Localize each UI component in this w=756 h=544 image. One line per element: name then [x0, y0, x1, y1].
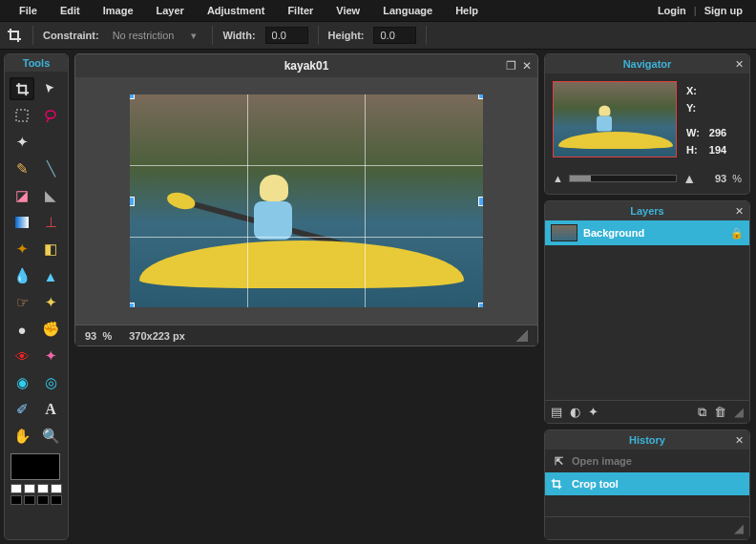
- zoom-in-icon[interactable]: ▲: [682, 171, 696, 186]
- swatch[interactable]: [10, 484, 22, 493]
- crop-handle-r[interactable]: [478, 197, 483, 206]
- swatch[interactable]: [24, 495, 35, 505]
- history-item[interactable]: ⇱ Open image: [545, 450, 749, 472]
- crop-tool[interactable]: [10, 77, 34, 100]
- swatch[interactable]: [37, 484, 49, 493]
- swatch[interactable]: [37, 495, 49, 505]
- clone-tool[interactable]: ✦: [10, 238, 34, 261]
- swatch[interactable]: [10, 495, 22, 505]
- close-icon[interactable]: ✕: [735, 58, 744, 71]
- gradient-tool[interactable]: [10, 211, 34, 234]
- history-title: History: [545, 434, 749, 446]
- pinch-tool[interactable]: ◎: [38, 371, 63, 394]
- marquee-tool[interactable]: [10, 104, 34, 127]
- svg-rect-0: [16, 110, 28, 121]
- navigator-thumbnail[interactable]: [553, 81, 677, 157]
- layer-name: Background: [583, 227, 724, 239]
- width-input[interactable]: [265, 27, 308, 44]
- resize-grip-icon[interactable]: ◢: [734, 405, 744, 419]
- constraint-select[interactable]: No restriction: [109, 28, 203, 43]
- menu-filter[interactable]: Filter: [276, 5, 325, 16]
- move-tool[interactable]: [38, 77, 63, 100]
- swatch[interactable]: [24, 484, 35, 493]
- crop-handle-br[interactable]: [478, 303, 483, 307]
- fx-icon[interactable]: ✦: [588, 405, 598, 419]
- crop-handle-bl[interactable]: [130, 303, 135, 307]
- bucket-tool[interactable]: ◣: [38, 184, 63, 207]
- nav-h-label: H:: [686, 142, 707, 157]
- resize-grip-icon[interactable]: ◢: [734, 521, 744, 535]
- swatch[interactable]: [51, 495, 62, 505]
- crop-overlay[interactable]: [130, 94, 483, 307]
- picker-tool[interactable]: ✐: [10, 398, 34, 421]
- color-swatches: [5, 453, 68, 507]
- history-item-label: Crop tool: [572, 478, 619, 490]
- bloat-tool[interactable]: ◉: [10, 371, 34, 394]
- duplicate-icon[interactable]: ⧉: [698, 405, 706, 420]
- height-input[interactable]: [373, 27, 416, 44]
- dodge-tool[interactable]: ●: [10, 318, 34, 341]
- close-icon[interactable]: ✕: [735, 434, 744, 447]
- login-link[interactable]: Login: [652, 5, 692, 16]
- menu-edit[interactable]: Edit: [49, 5, 92, 16]
- heal-tool[interactable]: ✦: [38, 345, 63, 367]
- redeye-tool[interactable]: 👁: [10, 345, 34, 367]
- zoom-out-icon[interactable]: ▲: [553, 173, 563, 184]
- new-layer-icon[interactable]: ▤: [551, 405, 562, 419]
- burn-tool[interactable]: ✊: [38, 318, 63, 341]
- hand-tool[interactable]: ✋: [10, 425, 34, 448]
- zoom-slider[interactable]: [569, 175, 677, 182]
- width-label: Width:: [222, 30, 255, 41]
- wand-tool[interactable]: ✦: [10, 131, 34, 154]
- nav-zoom-value: 93: [702, 173, 726, 184]
- separator: |: [692, 5, 699, 16]
- foreground-color[interactable]: [10, 453, 60, 480]
- menu-image[interactable]: Image: [92, 5, 145, 16]
- lock-icon[interactable]: 🔒: [730, 227, 744, 240]
- nav-zoom-unit: %: [732, 173, 742, 184]
- image[interactable]: [130, 94, 483, 307]
- menu-help[interactable]: Help: [444, 5, 490, 16]
- nav-y-label: Y:: [686, 100, 707, 115]
- menu-layer[interactable]: Layer: [145, 5, 196, 16]
- close-icon[interactable]: ✕: [735, 205, 744, 218]
- resize-grip-icon[interactable]: [516, 330, 528, 342]
- zoom-unit: %: [102, 330, 112, 342]
- zoom-tool[interactable]: 🔍: [38, 425, 63, 448]
- options-bar: Constraint: No restriction Width: Height…: [0, 21, 756, 50]
- history-item[interactable]: Crop tool: [545, 472, 749, 495]
- eraser-tool[interactable]: ◪: [10, 184, 34, 207]
- signup-link[interactable]: Sign up: [699, 5, 748, 16]
- canvas-area[interactable]: [75, 77, 537, 324]
- shape-tool[interactable]: ◧: [38, 238, 63, 261]
- constraint-label: Constraint:: [43, 30, 99, 41]
- layer-row[interactable]: Background 🔒: [545, 220, 749, 245]
- menu-file[interactable]: File: [8, 5, 49, 16]
- smudge-tool[interactable]: ☞: [10, 291, 34, 314]
- trash-icon[interactable]: 🗑: [714, 405, 726, 419]
- zoom-value: 93: [85, 330, 96, 342]
- blur-tool[interactable]: 💧: [10, 264, 34, 287]
- stamp-tool[interactable]: ⊥: [38, 211, 63, 234]
- open-image-icon: ⇱: [551, 455, 566, 468]
- layers-panel: Layers✕ Background 🔒 ▤ ◐ ✦ ⧉ 🗑 ◢: [544, 200, 750, 424]
- mask-icon[interactable]: ◐: [570, 405, 580, 419]
- type-tool[interactable]: A: [38, 398, 63, 421]
- menu-language[interactable]: Language: [371, 5, 444, 16]
- brush-tool[interactable]: ╲: [38, 157, 63, 180]
- menu-adjustment[interactable]: Adjustment: [196, 5, 277, 16]
- crop-handle-l[interactable]: [130, 197, 135, 206]
- crop-handle-tl[interactable]: [130, 94, 135, 99]
- crop-handle-tr[interactable]: [478, 94, 483, 99]
- close-icon[interactable]: ✕: [522, 59, 532, 73]
- swatch[interactable]: [51, 484, 62, 493]
- sponge-tool[interactable]: ✦: [38, 291, 63, 314]
- maximize-icon[interactable]: ❐: [506, 59, 516, 73]
- nav-w-label: W:: [686, 125, 707, 140]
- pencil-tool[interactable]: ✎: [10, 157, 34, 180]
- menu-view[interactable]: View: [325, 5, 371, 16]
- dimensions: 370x223 px: [129, 330, 185, 342]
- lasso-tool[interactable]: [38, 104, 63, 127]
- sharpen-tool[interactable]: ▲: [38, 264, 63, 287]
- layer-thumbnail: [551, 224, 578, 241]
